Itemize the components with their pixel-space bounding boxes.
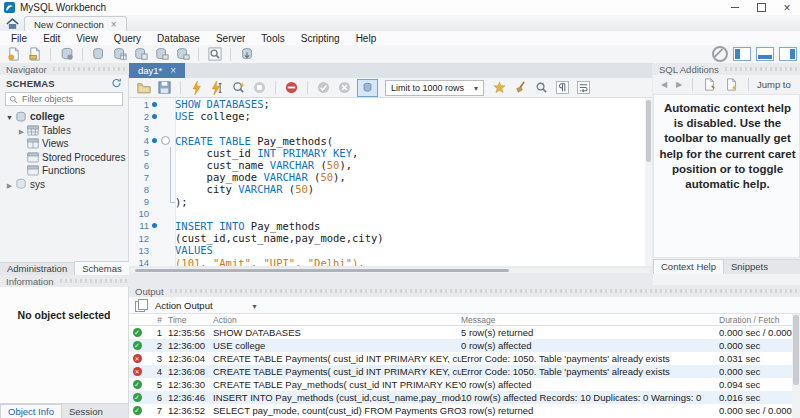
menu-item[interactable]: Server [208,31,253,45]
menu-item[interactable]: Tools [253,31,292,45]
jump-to-label[interactable]: Jump to [757,79,791,90]
code-line[interactable]: 5 cust_id INT PRIMARY KEY, [129,147,652,159]
editor-vertical-scrollbar[interactable] [645,98,652,266]
code-line[interactable]: 6 cust_name VARCHAR (50), [129,159,652,171]
stop-on-error-toggle[interactable] [283,80,300,95]
tree-item-views[interactable]: Views [0,137,128,151]
tree-item-college[interactable]: college [0,110,128,124]
editor-horizontal-scrollbar[interactable] [131,268,650,273]
menu-item[interactable]: Help [348,31,385,45]
reconnect-button[interactable] [238,47,255,62]
code-line[interactable]: 13 VALUES [129,244,652,256]
code-line[interactable]: 14 (101, "Amit", "UPI", "Delhi"), [129,256,652,266]
context-help-button[interactable] [701,77,718,92]
menu-item[interactable]: Query [106,31,149,45]
menu-item[interactable]: Scripting [293,31,348,45]
commit-button[interactable] [315,80,332,95]
output-row[interactable]: 4 12:36:08 CREATE TABLE Payments( cust_i… [129,365,800,378]
create-procedure-button[interactable] [153,47,170,62]
code-line[interactable]: 8 city VARCHAR (50) [129,183,652,195]
tab-session[interactable]: Session [62,405,110,418]
context-help-status-icon[interactable] [712,46,728,62]
output-row[interactable]: 7 12:36:52 SELECT pay_mode, count(cust_i… [129,404,800,417]
editor-tab-day1[interactable]: day1* [129,63,185,78]
search-data-button[interactable] [206,47,223,62]
menu-item[interactable]: Database [149,31,208,45]
create-function-button[interactable] [174,47,191,62]
code-line[interactable]: 7 pay_mode VARCHAR (50), [129,171,652,183]
tree-item-sys[interactable]: sys [0,178,128,192]
menu-item[interactable]: File [3,31,35,45]
expand-arrow-icon[interactable] [4,111,15,122]
code-line[interactable]: 4 CREATE TABLE Pay_methods( [129,135,652,147]
menu-item[interactable]: Edit [35,31,68,45]
tab-context-help[interactable]: Context Help [653,259,724,274]
stop-button[interactable] [251,80,268,95]
execute-current-button[interactable] [209,80,226,95]
open-script-button[interactable] [26,47,43,62]
output-row[interactable]: 2 12:36:00 USE college 0 row(s) affected… [129,339,800,352]
output-row[interactable]: 5 12:36:30 CREATE TABLE Pay_methods( cus… [129,378,800,391]
toggle-auto-help-button[interactable] [723,77,740,92]
forward-arrow-icon[interactable] [674,80,684,90]
scrollbar-thumb[interactable] [793,315,799,385]
fold-icon[interactable] [159,136,172,145]
open-file-button[interactable] [135,80,152,95]
clean-button[interactable] [512,80,529,95]
new-connection-button[interactable] [58,47,75,62]
create-view-button[interactable] [132,47,149,62]
sql-code-editor[interactable]: 1 SHOW DATABASES; 2 USE college; 3 4 CRE… [129,98,652,266]
save-button[interactable] [156,80,173,95]
code-line[interactable]: 1 SHOW DATABASES; [129,98,652,110]
code-line[interactable]: 11 INSERT INTO Pay_methods [129,220,652,232]
autocommit-toggle[interactable] [357,79,378,97]
expand-arrow-icon[interactable] [16,125,27,136]
home-button[interactable] [0,16,24,31]
code-line[interactable]: 2 USE college; [129,110,652,122]
filter-objects-input[interactable] [20,93,122,105]
back-arrow-icon[interactable] [659,80,669,90]
create-schema-button[interactable] [90,47,107,62]
tab-administration[interactable]: Administration [0,262,74,276]
tab-schemas[interactable]: Schemas [74,261,130,276]
code-line[interactable]: 10 [129,208,652,220]
close-button[interactable] [774,1,800,15]
create-table-button[interactable] [111,47,128,62]
toggle-secondary-sidebar-button[interactable] [779,47,797,61]
output-vertical-scrollbar[interactable] [792,314,800,418]
output-row[interactable]: 3 12:36:04 CREATE TABLE Payments( cust_i… [129,352,800,365]
row-duration: 0.094 sec [719,379,792,390]
menu-item[interactable]: View [68,31,106,45]
editor-tab-close-icon[interactable] [170,65,176,76]
wrap-text-button[interactable] [575,80,592,95]
tab-object-info[interactable]: Object Info [0,404,62,418]
find-button[interactable] [533,80,550,95]
maximize-button[interactable] [748,1,774,15]
explain-button[interactable] [230,80,247,95]
invisible-chars-button[interactable] [554,80,571,95]
output-row[interactable]: 1 12:35:56 SHOW DATABASES 5 row(s) retur… [129,326,800,339]
minimize-button[interactable] [722,1,748,15]
code-line[interactable]: 9 ); [129,196,652,208]
code-line[interactable]: 12 (cust_id,cust_name,pay_mode,city) [129,232,652,244]
limit-rows-dropdown[interactable]: Limit to 1000 rows [385,80,484,96]
rollback-button[interactable] [336,80,353,95]
tree-item-tables[interactable]: Tables [0,124,128,138]
beautify-button[interactable] [491,80,508,95]
expand-arrow-icon[interactable] [4,179,15,190]
output-view-selector[interactable]: Action Output [155,300,257,311]
scrollbar-thumb[interactable] [646,100,651,162]
refresh-icon[interactable] [111,78,122,88]
toggle-output-button[interactable] [756,47,774,61]
code-line[interactable]: 3 [129,122,652,134]
connection-tab[interactable]: New Connection [24,16,127,31]
new-query-tab-button[interactable] [5,47,22,62]
tree-item-functions[interactable]: Functions [0,164,128,178]
toggle-sidebar-button[interactable] [733,47,751,61]
tab-snippets[interactable]: Snippets [724,260,775,274]
execute-button[interactable] [188,80,205,95]
connection-tab-close-icon[interactable] [111,19,117,30]
scrollbar-thumb[interactable] [135,269,509,272]
tree-item-stored-procedures[interactable]: Stored Procedures [0,151,128,165]
output-row[interactable]: 6 12:36:46 INSERT INTO Pay_methods (cust… [129,391,800,404]
